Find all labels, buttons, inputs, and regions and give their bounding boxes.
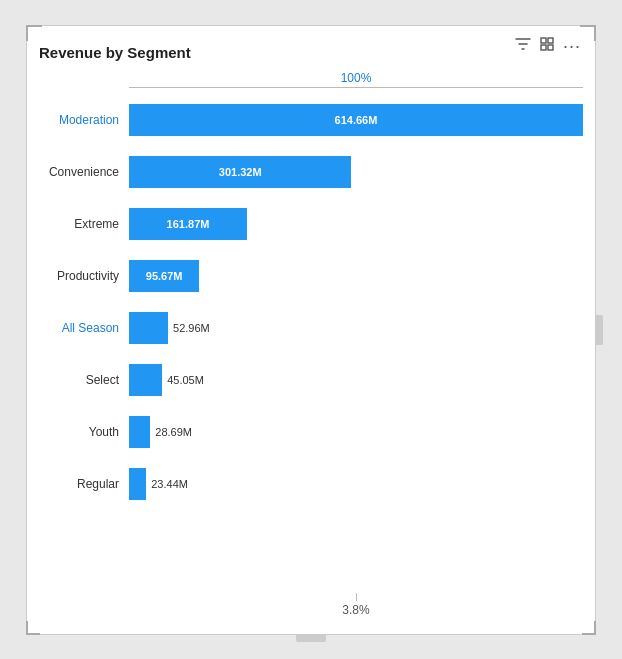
bar-wrapper: 614.66M	[129, 104, 583, 136]
bar-wrapper: 161.87M	[129, 208, 583, 240]
bar-row: Regular23.44M	[39, 458, 583, 510]
filter-icon[interactable]	[515, 36, 531, 56]
bar-wrapper: 23.44M	[129, 468, 583, 500]
bar[interactable]: 161.87M	[129, 208, 247, 240]
bar[interactable]	[129, 364, 162, 396]
bar[interactable]: 95.67M	[129, 260, 199, 292]
chart-title: Revenue by Segment	[39, 44, 583, 61]
bar-value-inside: 301.32M	[215, 166, 266, 178]
bar-wrapper: 52.96M	[129, 312, 583, 344]
resize-handle-right[interactable]	[595, 315, 603, 345]
svg-rect-2	[541, 45, 546, 50]
bar-label: Youth	[39, 425, 129, 439]
more-options-icon[interactable]: ···	[563, 37, 581, 55]
bar-value-inside: 95.67M	[142, 270, 187, 282]
bottom-tick	[356, 593, 357, 601]
top-axis-label: 100%	[129, 71, 583, 85]
bottom-axis: 3.8%	[129, 593, 583, 617]
bar-row: Moderation614.66M	[39, 94, 583, 146]
bar-label: Regular	[39, 477, 129, 491]
bar[interactable]: 301.32M	[129, 156, 351, 188]
bottom-axis-label: 3.8%	[342, 603, 369, 617]
chart-area: 100% Moderation614.66MConvenience301.32M…	[39, 71, 583, 617]
bar[interactable]	[129, 468, 146, 500]
bar-value-outside: 28.69M	[150, 426, 192, 438]
bar-label: Extreme	[39, 217, 129, 231]
resize-handle-bottom[interactable]	[296, 634, 326, 642]
bar-wrapper: 45.05M	[129, 364, 583, 396]
bar-row: Youth28.69M	[39, 406, 583, 458]
bar-row: Productivity95.67M	[39, 250, 583, 302]
bar-label: Productivity	[39, 269, 129, 283]
svg-rect-1	[548, 38, 553, 43]
bar-row: Convenience301.32M	[39, 146, 583, 198]
bar-label: Convenience	[39, 165, 129, 179]
bars-container: Moderation614.66MConvenience301.32MExtre…	[39, 94, 583, 593]
bar-label: All Season	[39, 321, 129, 335]
bar-wrapper: 28.69M	[129, 416, 583, 448]
bar-label: Moderation	[39, 113, 129, 127]
bar-wrapper: 95.67M	[129, 260, 583, 292]
bar-label: Select	[39, 373, 129, 387]
top-axis-line	[129, 87, 583, 88]
bar[interactable]	[129, 416, 150, 448]
bar[interactable]: 614.66M	[129, 104, 583, 136]
bar-row: Select45.05M	[39, 354, 583, 406]
svg-rect-3	[548, 45, 553, 50]
bar-value-inside: 614.66M	[331, 114, 382, 126]
chart-card: ··· Revenue by Segment 100% Moderation61…	[26, 25, 596, 635]
bar-row: All Season52.96M	[39, 302, 583, 354]
bar-wrapper: 301.32M	[129, 156, 583, 188]
bar-value-outside: 45.05M	[162, 374, 204, 386]
svg-rect-0	[541, 38, 546, 43]
bar-row: Extreme161.87M	[39, 198, 583, 250]
bar-value-outside: 23.44M	[146, 478, 188, 490]
bar[interactable]	[129, 312, 168, 344]
chart-toolbar: ···	[515, 36, 581, 56]
bar-value-inside: 161.87M	[163, 218, 214, 230]
expand-icon[interactable]	[539, 36, 555, 56]
bar-value-outside: 52.96M	[168, 322, 210, 334]
